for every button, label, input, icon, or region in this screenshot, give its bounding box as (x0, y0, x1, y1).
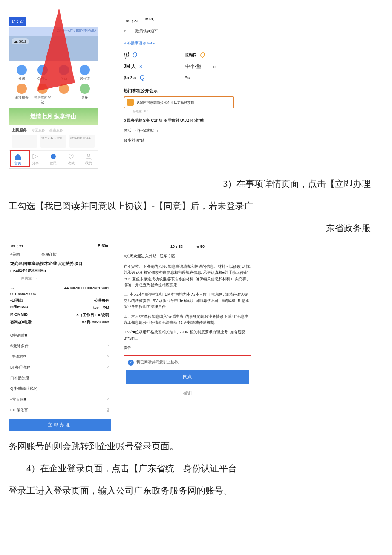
agreement-paragraph: 在不完整、不准确的风险. 知息自询填充和播送的信息、材料可以修改 U 抗. 并承… (124, 264, 251, 288)
instruction-text: 工勾选【我已阅读并同意以上协议】-【同意】后，若未登录广 (9, 197, 383, 215)
subsidy-count: 9 补贴事项 g□%t ▪ (124, 41, 234, 46)
weather-badge: ☁ 30.2 (12, 38, 29, 44)
agreement-paragraph: I1*A^■位承诺尸格按整相关法 it、AFIK 相关制度要求办理业务. 如有违… (124, 329, 251, 341)
svg-point-0 (51, 154, 56, 159)
status-battery: M50, (145, 17, 154, 25)
svc-card[interactable]: 政策补贴直通车 (69, 135, 95, 148)
instruction-text: 东省政务服 (9, 219, 383, 237)
hot-item-sub: 部项量 3679 (124, 109, 234, 113)
grid-icon[interactable]: 居住证 (76, 65, 95, 81)
grid-icon[interactable]: 学仿 (55, 65, 73, 81)
menu-item[interactable]: Q 扑哺峰止说的 (9, 384, 111, 394)
icon-grid: 社保 公积金 学仿 居住证 港澳服务 购房意向登记 更多 (9, 61, 98, 108)
phone-screenshot-policy: 09：22 M50, < 政策"贴■通车 9 补贴事项 g□%t ▪ tβQ K… (124, 17, 234, 169)
bottom-nav: 首页 分享 便民 收藏 我的 (9, 150, 98, 168)
phone-screenshot-agreement: 10：33m-50 <关闭欢迎进入外贴 - 通车专区 在不完整、不准确的风险. … (124, 244, 251, 431)
category-row: tβQ KWRQ (124, 51, 234, 59)
info-row: 咨询赵■电话07 矜 28930862 (9, 319, 111, 326)
nav-service[interactable]: 便民 (44, 151, 62, 168)
agree-label: 我已阅读并同意以上协议 (136, 359, 179, 365)
notification-bar: Z语关于A广 √ BSI的*MKWBA (9, 27, 98, 36)
info-row: -日羽出公共■!身 (9, 297, 111, 304)
hot-item-title: 龙岗区国家高新技术企业认定扶持项目 (136, 100, 194, 105)
status-battery: m-50 (196, 244, 205, 250)
hero-area: ☁ 30.2 (9, 36, 98, 61)
instruction-text: 务网账号的则会跳转到企业账号登录页面。 (9, 437, 383, 455)
info-row: MIOMMIB8（工作日）■-说明 (9, 311, 111, 319)
svc-card[interactable] (12, 135, 37, 148)
nav-me[interactable]: 我的 (80, 151, 98, 168)
home-icon (14, 153, 22, 160)
new-svc-title: 上新服务 (12, 128, 27, 132)
time-badge: 14：27 (9, 17, 26, 26)
menu-item[interactable]: - 常见冏■> (9, 394, 111, 405)
menu-item[interactable]: 口补贴皎磨 (9, 373, 111, 384)
user-icon (85, 153, 92, 160)
heart-icon (67, 153, 75, 160)
hot-section-title: 热门事项公开公示 (124, 88, 234, 94)
svg-point-1 (87, 154, 90, 157)
menu-item[interactable]: Bi 办理流程> (9, 362, 111, 373)
instruction-text: 3）在事项详情页面，点击【立即办理 (9, 175, 383, 193)
instruction-text: 登录工进入登录页面，输入公司广东政务服务网的账号、 (9, 482, 383, 500)
agree-button[interactable]: 同意 (126, 370, 249, 384)
agree-highlight-box: ✓ 我已阅读并同意以上协议 同意 (124, 355, 251, 386)
status-time: 09：21 (11, 244, 23, 249)
cancel-button[interactable]: 撤诮 (124, 386, 251, 400)
share-icon (32, 153, 39, 160)
hot-icon (127, 99, 134, 106)
service-icon (49, 153, 57, 160)
list-item: 灵活 - 业社保林贴 - n (124, 128, 234, 134)
instruction-text: 4）在企业登录页面，点击【广东省统一身份认证平台 (9, 459, 383, 477)
grid-icon[interactable]: 社保 (12, 65, 31, 81)
hot-item-card[interactable]: 龙岗区国家高新技术企业认定扶持项目 (124, 96, 234, 108)
grid-icon[interactable]: 更多 (76, 84, 95, 105)
project-code: mκa91Ф4tRKMHMn (9, 268, 111, 273)
grid-icon[interactable]: 购房意向登记 (34, 84, 52, 105)
promo-banner[interactable]: 燃情七月 纵享坪山 (9, 108, 98, 125)
grid-icon[interactable]: 公积金 (34, 65, 52, 81)
list-item: et 业社保"贴 (124, 138, 234, 144)
apply-now-button[interactable]: 立即办理 (9, 419, 111, 431)
agreement-paragraph: 三. 本人/本*位的申谋和 i1IA 行为均为本人/本 - 位 H 实息傅. 知… (124, 291, 251, 310)
status-time: 09：22 (124, 17, 141, 25)
agreement-paragraph: 责任。 (124, 345, 251, 351)
project-title: 龙岗区国家高新技术企业认定扶持项目 (9, 261, 111, 267)
page-header[interactable]: <关闭欢迎进入外贴 - 通车专区 (124, 253, 251, 259)
agreement-paragraph: 四、本人/本单位知息缄入"无感申办-'的事项的部分业务情形不适用"无息申办工知息… (124, 314, 251, 326)
nav-share[interactable]: 分享 (27, 151, 45, 168)
category-row: JM 人8 中小•堡o (124, 63, 234, 70)
status-battery: E!60■ (98, 244, 108, 249)
menu-item[interactable]: EH 策依富2 (9, 405, 111, 416)
close-button[interactable]: <关闭 (10, 252, 20, 257)
menu-item[interactable]: -申请材料> (9, 352, 111, 362)
svc-card[interactable]: 查个人名下企业 (40, 135, 66, 148)
category-row: βα?ιaQ *« (124, 74, 234, 81)
grid-icon[interactable]: 港澳服务 (12, 84, 31, 105)
menu-item[interactable]: O申调时■ (9, 330, 111, 341)
agree-checkbox-row[interactable]: ✓ 我已阅读并同意以上协议 (126, 357, 249, 367)
nav-fav[interactable]: 收藏 (62, 151, 80, 168)
list-item: b 民办学校义务 C1r 航 Ie 学位补 U*JBIK 业"贴 (124, 118, 234, 124)
phone-screenshot-home: 14：27 Z语关于A广 √ BSI的*MKWBA ☁ 30.2 社保 公积金 … (9, 17, 98, 169)
menu-item[interactable]: ®受降条件> (9, 341, 111, 352)
favorite-row[interactable]: 白关注 I>» (9, 276, 111, 281)
info-row: …440307000000076616301 (9, 285, 111, 291)
grid-icon[interactable] (55, 84, 73, 105)
svc-tab[interactable]: 专区服务 (32, 128, 45, 132)
page-title: 政策"贴■通车 (135, 29, 159, 33)
info-row: 001003029003 (9, 291, 111, 297)
check-icon: ✓ (128, 360, 134, 366)
page-title: 事项详情 (41, 252, 57, 257)
back-chevron[interactable]: < (124, 29, 126, 33)
status-time: 10：33 (170, 244, 183, 250)
svc-tab[interactable]: 企业服务 (49, 128, 63, 132)
new-services: 上新服务 专区服务 企业服务 查个人名下企业 政策补贴直通车 (9, 125, 98, 150)
phone-screenshot-detail: 09：21E!60■ <关闭事项详情 龙岗区国家高新技术企业认定扶持项目 mκa… (9, 244, 111, 431)
info-row: ФffimR9Stev｜ФM (9, 304, 111, 311)
nav-home[interactable]: 首页 (9, 151, 27, 168)
